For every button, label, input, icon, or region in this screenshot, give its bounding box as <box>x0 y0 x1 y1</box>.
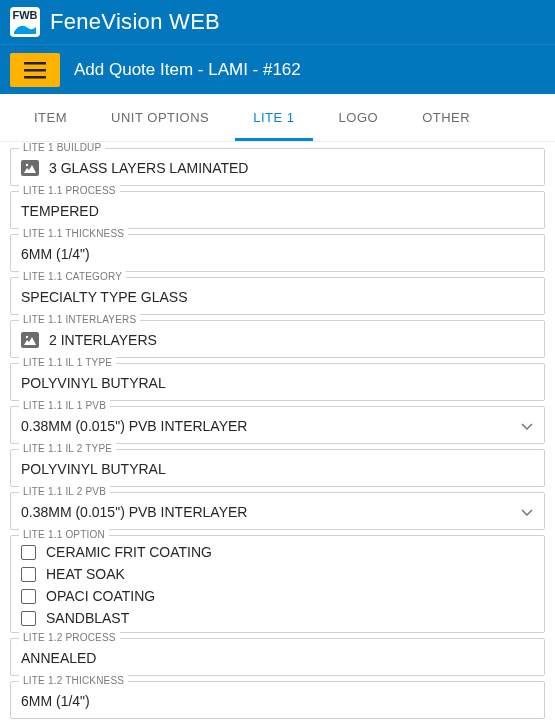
field-lite1-buildup[interactable]: LITE 1 BUILDUP 3 GLASS LAYERS LAMINATED <box>10 148 545 186</box>
app-logo: FWB <box>10 7 40 37</box>
page-header: Add Quote Item - LAMI - #162 <box>0 44 555 94</box>
form-content[interactable]: LITE 1 BUILDUP 3 GLASS LAYERS LAMINATED … <box>0 142 555 723</box>
field-lite12-thickness[interactable]: LITE 1.2 THICKNESS 6MM (1/4") <box>10 681 545 719</box>
checkbox-icon <box>21 611 36 626</box>
field-value: SPECIALTY TYPE GLASS <box>21 289 188 305</box>
field-lite11-option: LITE 1.1 OPTION CERAMIC FRIT COATING HEA… <box>10 535 545 633</box>
tab-logo[interactable]: LOGO <box>321 94 397 141</box>
field-lite11-il2-pvb[interactable]: LITE 1.1 IL 2 PVB 0.38MM (0.015") PVB IN… <box>10 492 545 530</box>
field-value: POLYVINYL BUTYRAL <box>21 461 166 477</box>
field-lite11-il1-type[interactable]: LITE 1.1 IL 1 TYPE POLYVINYL BUTYRAL <box>10 363 545 401</box>
field-label: LITE 1.1 IL 2 PVB <box>19 486 110 497</box>
option-label: SANDBLAST <box>46 610 129 626</box>
field-value: 6MM (1/4") <box>21 246 90 262</box>
field-lite11-category[interactable]: LITE 1.1 CATEGORY SPECIALTY TYPE GLASS <box>10 277 545 315</box>
field-value: 6MM (1/4") <box>21 693 90 709</box>
checkbox-icon <box>21 567 36 582</box>
option-label: HEAT SOAK <box>46 566 125 582</box>
field-lite12-process[interactable]: LITE 1.2 PROCESS ANNEALED <box>10 638 545 676</box>
field-lite11-il2-type[interactable]: LITE 1.1 IL 2 TYPE POLYVINYL BUTYRAL <box>10 449 545 487</box>
field-value: 0.38MM (0.015") PVB INTERLAYER <box>21 418 247 434</box>
image-icon <box>21 160 39 176</box>
field-label: LITE 1.1 IL 1 PVB <box>19 400 110 411</box>
field-label: LITE 1.1 PROCESS <box>19 185 120 196</box>
field-value: POLYVINYL BUTYRAL <box>21 375 166 391</box>
image-icon <box>21 332 39 348</box>
tab-bar: ITEM UNIT OPTIONS LITE 1 LOGO OTHER <box>0 94 555 142</box>
tab-other[interactable]: OTHER <box>404 94 488 141</box>
page-title: Add Quote Item - LAMI - #162 <box>74 60 301 80</box>
field-lite11-process[interactable]: LITE 1.1 PROCESS TEMPERED <box>10 191 545 229</box>
svg-rect-1 <box>24 69 46 72</box>
field-value: 0.38MM (0.015") PVB INTERLAYER <box>21 504 247 520</box>
hamburger-icon <box>24 61 46 79</box>
checkbox-icon <box>21 589 36 604</box>
field-label: LITE 1.2 THICKNESS <box>19 675 128 686</box>
field-label: LITE 1.1 INTERLAYERS <box>19 314 140 325</box>
field-value: ANNEALED <box>21 650 96 666</box>
checkbox-option[interactable]: CERAMIC FRIT COATING <box>21 544 534 560</box>
checkbox-icon <box>21 545 36 560</box>
svg-point-4 <box>26 336 28 338</box>
field-value: TEMPERED <box>21 203 99 219</box>
checkbox-option[interactable]: OPACI COATING <box>21 588 534 604</box>
menu-button[interactable] <box>10 53 60 87</box>
checkbox-option[interactable]: SANDBLAST <box>21 610 534 626</box>
tab-unit-options[interactable]: UNIT OPTIONS <box>93 94 227 141</box>
field-lite11-interlayers[interactable]: LITE 1.1 INTERLAYERS 2 INTERLAYERS <box>10 320 545 358</box>
svg-rect-0 <box>24 62 46 65</box>
field-label: LITE 1.1 OPTION <box>19 529 109 540</box>
svg-rect-2 <box>24 76 46 79</box>
logo-abbr: FWB <box>12 9 37 21</box>
field-value: 2 INTERLAYERS <box>49 332 157 348</box>
field-label: LITE 1.1 IL 1 TYPE <box>19 357 116 368</box>
tab-lite-1[interactable]: LITE 1 <box>235 94 312 141</box>
field-label: LITE 1 BUILDUP <box>19 142 105 153</box>
field-label: LITE 1.2 PROCESS <box>19 632 120 643</box>
field-lite11-thickness[interactable]: LITE 1.1 THICKNESS 6MM (1/4") <box>10 234 545 272</box>
field-label: LITE 1.1 CATEGORY <box>19 271 126 282</box>
logo-swoosh-icon <box>14 24 36 34</box>
chevron-down-icon <box>520 505 534 519</box>
chevron-down-icon <box>520 419 534 433</box>
field-value: 3 GLASS LAYERS LAMINATED <box>49 160 248 176</box>
app-header: FWB FeneVision WEB <box>0 0 555 44</box>
field-lite11-il1-pvb[interactable]: LITE 1.1 IL 1 PVB 0.38MM (0.015") PVB IN… <box>10 406 545 444</box>
app-title: FeneVision WEB <box>50 9 220 35</box>
field-label: LITE 1.1 IL 2 TYPE <box>19 443 116 454</box>
checkbox-option[interactable]: HEAT SOAK <box>21 566 534 582</box>
svg-point-3 <box>26 164 28 166</box>
option-label: OPACI COATING <box>46 588 155 604</box>
tab-item[interactable]: ITEM <box>16 94 85 141</box>
field-label: LITE 1.1 THICKNESS <box>19 228 128 239</box>
option-label: CERAMIC FRIT COATING <box>46 544 212 560</box>
